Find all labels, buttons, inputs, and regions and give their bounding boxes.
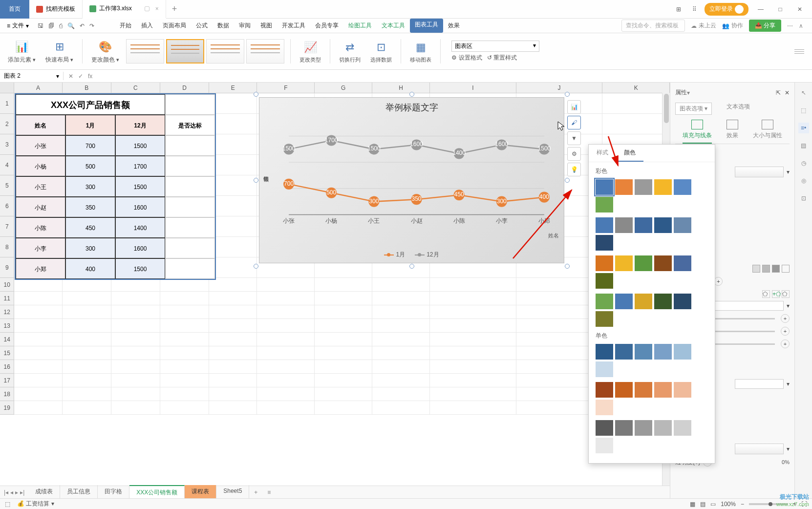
grid-cell[interactable] — [372, 292, 430, 305]
row-header[interactable]: 6 — [0, 196, 14, 216]
grid-cell[interactable] — [209, 93, 257, 114]
grid-cell[interactable] — [160, 292, 209, 305]
grid-cell[interactable] — [315, 333, 372, 346]
color-swatch[interactable] — [654, 294, 672, 309]
grid-cell[interactable] — [111, 360, 160, 374]
grid-cell[interactable] — [14, 305, 62, 319]
rail-select-icon[interactable]: ↖ — [798, 87, 809, 98]
color-swatch[interactable] — [596, 217, 613, 233]
color-swatch[interactable] — [654, 420, 672, 436]
tab-layout[interactable]: 页面布局 — [158, 19, 191, 33]
grid-cell[interactable] — [14, 333, 62, 346]
quick-layout-button[interactable]: ⊞ 快速布局 ▾ — [43, 39, 76, 64]
grid-cell[interactable] — [14, 387, 62, 401]
row-header[interactable]: 19 — [0, 401, 14, 415]
view-normal-icon[interactable]: ▦ — [690, 501, 695, 508]
grid-cell[interactable] — [257, 319, 315, 333]
popup-tab-style[interactable]: 样式 — [589, 145, 616, 162]
color-swatch[interactable] — [596, 197, 613, 212]
table-cell-pass[interactable] — [165, 258, 215, 279]
grid-cell[interactable] — [14, 360, 62, 374]
grid-cell[interactable] — [111, 346, 160, 360]
pct3-plus[interactable]: + — [781, 339, 790, 348]
color-swatch[interactable] — [674, 420, 691, 436]
resize-handle[interactable] — [565, 178, 570, 183]
grid-cell[interactable] — [209, 155, 257, 175]
color-swatch[interactable] — [654, 179, 672, 195]
save-icon[interactable]: 🖫 — [38, 22, 43, 29]
grid-cell[interactable] — [257, 387, 315, 401]
color-swatch[interactable] — [654, 217, 672, 233]
row-header[interactable]: 10 — [0, 278, 14, 292]
text-options-tab[interactable]: 文本选项 — [727, 103, 750, 115]
file-menu[interactable]: ≡ 文件 ▾ — [4, 21, 32, 30]
grid-cell[interactable] — [160, 401, 209, 415]
pct2-plus[interactable]: + — [781, 327, 790, 336]
view-break-icon[interactable]: ▭ — [710, 501, 716, 508]
new-tab-button[interactable]: + — [166, 4, 183, 14]
grid-cell[interactable] — [209, 360, 257, 374]
grid-cell[interactable] — [209, 278, 257, 292]
col-K[interactable]: K — [602, 83, 669, 93]
zoom-value[interactable]: 100% — [721, 501, 736, 508]
table-cell-pass[interactable] — [165, 217, 215, 238]
grid-cell[interactable] — [111, 292, 160, 305]
resize-handle[interactable] — [254, 92, 258, 97]
sheet-tab[interactable]: Sheet5 — [216, 485, 249, 499]
grid-cell[interactable] — [209, 333, 257, 346]
grid-cell[interactable] — [257, 305, 315, 319]
view-page-icon[interactable]: ▤ — [700, 501, 705, 508]
grid-cell[interactable] — [257, 292, 315, 305]
table-cell-pass[interactable] — [165, 238, 215, 258]
grid-cell[interactable] — [257, 374, 315, 387]
grid-cell[interactable] — [372, 387, 430, 401]
grid-cell[interactable] — [14, 278, 62, 292]
rail-more-icon[interactable]: ⊡ — [798, 193, 809, 204]
grid-cell[interactable] — [430, 374, 516, 387]
save-as-icon[interactable]: 🗐 — [48, 22, 54, 29]
col-J[interactable]: J — [516, 83, 603, 93]
pct1-plus[interactable]: + — [781, 314, 790, 323]
close-button[interactable]: ✕ — [792, 2, 807, 17]
grid-cell[interactable] — [257, 360, 315, 374]
gradient-stop-3[interactable] — [772, 265, 780, 273]
grid-cell[interactable] — [63, 292, 111, 305]
rail-style-icon[interactable]: ⬚ — [798, 105, 809, 116]
grid-cell[interactable] — [14, 292, 62, 305]
grid-cell[interactable] — [209, 346, 257, 360]
col-C[interactable]: C — [111, 83, 160, 93]
row-header[interactable]: 7 — [0, 216, 14, 237]
stop-add[interactable]: +⬠ — [772, 290, 780, 298]
tab-draw-tools[interactable]: 绘图工具 — [343, 19, 377, 33]
grid-cell[interactable] — [257, 346, 315, 360]
color-swatch[interactable] — [635, 294, 652, 309]
grid-cell[interactable] — [315, 346, 372, 360]
login-button[interactable]: 立即登录 — [705, 3, 748, 16]
gradient-stop-1[interactable] — [752, 265, 760, 273]
tab-review[interactable]: 审阅 — [234, 19, 256, 33]
grid-cell[interactable] — [111, 387, 160, 401]
grid-cell[interactable] — [63, 319, 111, 333]
reset-style-button[interactable]: ↺ 重置样式 — [487, 54, 517, 62]
color-swatch[interactable] — [635, 344, 652, 360]
table-cell[interactable]: 小杨 — [16, 156, 65, 176]
grid-cell[interactable] — [209, 196, 257, 216]
grid-cell[interactable] — [160, 346, 209, 360]
table-cell[interactable]: 1400 — [115, 217, 165, 238]
chart-elements-button[interactable]: 📊 — [567, 100, 581, 114]
row-header[interactable]: 11 — [0, 292, 14, 305]
color-swatch[interactable] — [615, 344, 633, 360]
mode-effect[interactable]: 效果 — [727, 120, 738, 140]
color-swatch[interactable] — [596, 273, 613, 289]
color-swatch[interactable] — [596, 382, 613, 398]
color-swatch[interactable] — [596, 179, 613, 195]
sheet-first-icon[interactable]: |◂ — [4, 489, 8, 496]
grid-cell[interactable] — [209, 401, 257, 415]
grid-cell[interactable] — [111, 401, 160, 415]
grid-cell[interactable] — [63, 305, 111, 319]
row-header[interactable]: 9 — [0, 257, 14, 278]
col-H[interactable]: H — [372, 83, 430, 93]
chart-style-4[interactable] — [246, 39, 284, 64]
col-E[interactable]: E — [209, 83, 257, 93]
table-cell[interactable]: 400 — [65, 258, 115, 279]
